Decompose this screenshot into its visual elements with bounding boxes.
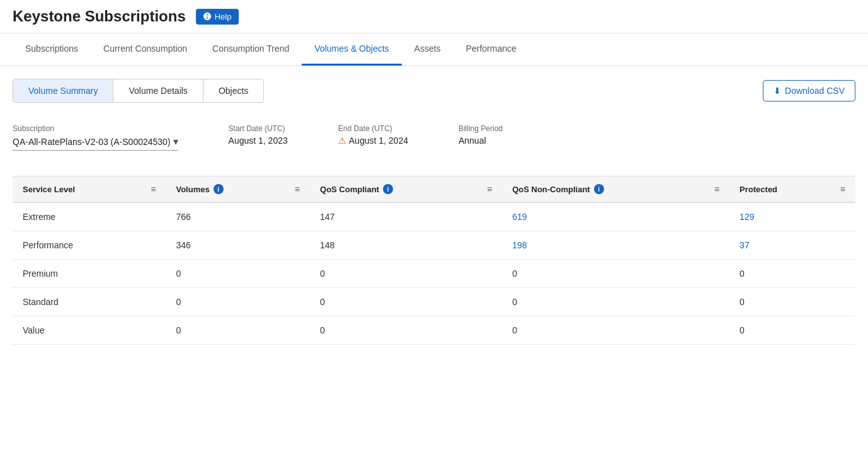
qos-compliant-cell: 0	[310, 260, 502, 288]
protected-cell[interactable]: 37	[729, 231, 855, 260]
volumes-cell: 0	[166, 260, 310, 288]
table-row: Performance34614819837	[13, 231, 855, 260]
service-level-filter-icon[interactable]: ≡	[151, 184, 156, 194]
billing-period-label: Billing Period	[459, 124, 503, 133]
warning-icon: ⚠	[338, 136, 346, 146]
col-qos-non-compliant: QoS Non-Compliant i ≡	[502, 176, 729, 203]
nav-tabs: Subscriptions Current Consumption Consum…	[0, 33, 868, 66]
tab-assets[interactable]: Assets	[402, 33, 454, 66]
content-area: Volume Summary Volume Details Objects ⬇ …	[0, 66, 868, 357]
volumes-cell: 346	[166, 231, 310, 260]
volume-summary-table: Service Level ≡ Volumes i ≡ QoS Complian…	[13, 176, 855, 345]
tab-performance[interactable]: Performance	[454, 33, 529, 66]
end-date-label: End Date (UTC)	[338, 124, 408, 133]
table-row: Premium0000	[13, 260, 855, 288]
qos-non-compliant-cell[interactable]: 619	[502, 202, 729, 231]
qos-compliant-filter-icon[interactable]: ≡	[487, 184, 492, 194]
service-level-cell: Performance	[13, 231, 166, 260]
chevron-down-icon: ▾	[173, 136, 178, 147]
volumes-info-icon[interactable]: i	[214, 184, 224, 194]
volumes-filter-icon[interactable]: ≡	[295, 184, 300, 194]
protected-cell[interactable]: 129	[729, 202, 855, 231]
volumes-cell: 766	[166, 202, 310, 231]
end-date-value: ⚠August 1, 2024	[338, 136, 408, 146]
qos-non-compliant-info-icon[interactable]: i	[594, 184, 604, 194]
protected-cell: 0	[729, 288, 855, 316]
subscription-field: Subscription QA-All-RatePlans-V2-03 (A-S…	[13, 124, 178, 151]
protected-cell: 0	[729, 260, 855, 288]
qos-compliant-info-icon[interactable]: i	[383, 184, 393, 194]
help-button[interactable]: 🅘 Help	[196, 9, 239, 25]
sub-tab-volume-details[interactable]: Volume Details	[113, 79, 203, 102]
qos-non-compliant-cell: 0	[502, 288, 729, 316]
table-row: Value0000	[13, 316, 855, 345]
table-header-row: Service Level ≡ Volumes i ≡ QoS Complian…	[13, 176, 855, 203]
protected-cell-link[interactable]: 129	[740, 212, 754, 222]
qos-compliant-cell: 0	[310, 316, 502, 345]
subscription-info: Subscription QA-All-RatePlans-V2-03 (A-S…	[13, 118, 855, 157]
table-row: Extreme766147619129	[13, 202, 855, 231]
tab-current-consumption[interactable]: Current Consumption	[91, 33, 200, 66]
sub-tab-objects[interactable]: Objects	[203, 79, 263, 102]
subscription-select[interactable]: QA-All-RatePlans-V2-03 (A-S00024530) ▾	[13, 136, 178, 151]
tab-volumes-objects[interactable]: Volumes & Objects	[302, 33, 401, 66]
end-date-field: End Date (UTC) ⚠August 1, 2024	[338, 124, 408, 146]
subscription-value: QA-All-RatePlans-V2-03 (A-S00024530)	[13, 137, 171, 147]
qos-non-compliant-filter-icon[interactable]: ≡	[714, 184, 719, 194]
table-row: Standard0000	[13, 288, 855, 316]
protected-cell-link[interactable]: 37	[740, 240, 750, 250]
qos-compliant-cell: 147	[310, 202, 502, 231]
start-date-value: August 1, 2023	[229, 136, 288, 146]
qos-compliant-cell: 0	[310, 288, 502, 316]
download-icon: ⬇	[774, 86, 781, 96]
col-qos-compliant: QoS Compliant i ≡	[310, 176, 502, 203]
page-header: Keystone Subscriptions 🅘 Help	[0, 0, 868, 33]
qos-non-compliant-cell: 0	[502, 260, 729, 288]
protected-filter-icon[interactable]: ≡	[840, 184, 845, 194]
tab-consumption-trend[interactable]: Consumption Trend	[200, 33, 302, 66]
col-service-level: Service Level ≡	[13, 176, 166, 203]
service-level-cell: Value	[13, 316, 166, 345]
help-icon: 🅘	[203, 12, 212, 21]
download-csv-button[interactable]: ⬇ Download CSV	[763, 80, 855, 101]
service-level-cell: Premium	[13, 260, 166, 288]
sub-tabs: Volume Summary Volume Details Objects	[13, 79, 264, 103]
qos-non-compliant-cell: 0	[502, 316, 729, 345]
start-date-label: Start Date (UTC)	[229, 124, 288, 133]
col-volumes: Volumes i ≡	[166, 176, 310, 203]
col-protected: Protected ≡	[729, 176, 855, 203]
billing-period-value: Annual	[459, 136, 503, 146]
start-date-field: Start Date (UTC) August 1, 2023	[229, 124, 288, 146]
tab-subscriptions[interactable]: Subscriptions	[13, 33, 91, 66]
protected-cell: 0	[729, 316, 855, 345]
qos-non-compliant-cell-link[interactable]: 619	[512, 212, 527, 222]
service-level-cell: Extreme	[13, 202, 166, 231]
billing-period-field: Billing Period Annual	[459, 124, 503, 146]
qos-compliant-cell: 148	[310, 231, 502, 260]
page-title: Keystone Subscriptions	[13, 8, 186, 25]
volumes-cell: 0	[166, 288, 310, 316]
qos-non-compliant-cell-link[interactable]: 198	[512, 240, 527, 250]
sub-tabs-row: Volume Summary Volume Details Objects ⬇ …	[13, 79, 855, 103]
sub-tab-volume-summary[interactable]: Volume Summary	[13, 79, 113, 102]
volumes-cell: 0	[166, 316, 310, 345]
service-level-cell: Standard	[13, 288, 166, 316]
subscription-label: Subscription	[13, 124, 178, 133]
qos-non-compliant-cell[interactable]: 198	[502, 231, 729, 260]
